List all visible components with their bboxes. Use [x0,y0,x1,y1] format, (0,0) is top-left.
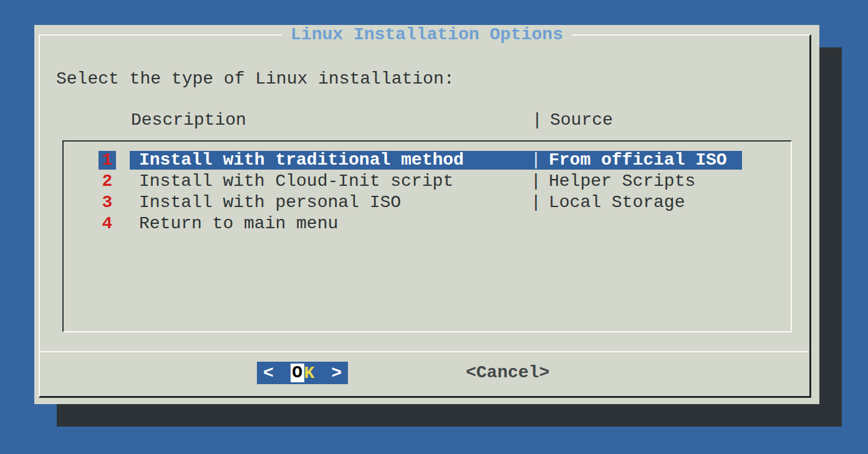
menu-listbox: 1 Install with traditional method | From… [62,140,792,332]
column-separator: | [532,110,542,131]
ok-label: OK [291,364,315,383]
menu-item-source: From official ISO [549,150,727,171]
menu-item-number: 3 [99,193,116,212]
menu-item-1[interactable]: 1 Install with traditional method | From… [64,150,789,171]
row-separator: | [531,150,541,171]
ok-cursor-char: O [291,364,304,382]
menu-item-description: Return to main menu [139,213,338,234]
menu-item-3[interactable]: 3 Install with personal ISO | Local Stor… [64,192,789,213]
menu-item-description: Install with traditional method [139,150,464,171]
row-separator: | [531,192,541,213]
menu-item-2[interactable]: 2 Install with Cloud-Init script | Helpe… [64,171,789,192]
dialog-title: Linux Installation Options [282,26,572,44]
ok-left-angle: < [263,364,274,383]
prompt-text: Select the type of Linux installation: [56,69,455,90]
ok-right-angle: > [331,364,342,383]
column-header-source: Source [550,110,613,131]
ok-button[interactable]: < OK > [257,362,348,384]
menu-item-4[interactable]: 4 Return to main menu [64,213,789,234]
cancel-button[interactable]: <Cancel> [466,362,549,384]
menu-item-description: Install with Cloud-Init script [139,171,453,192]
menu-item-description: Install with personal ISO [139,192,401,213]
column-header-description: Description [131,110,246,131]
menu-item-source: Helper Scripts [549,171,695,192]
button-area-separator [39,351,808,352]
menu-item-number: 2 [99,172,116,191]
terminal-screen: Linux Installation Options Select the ty… [0,0,868,454]
menu-item-number: 1 [99,151,116,170]
menu-item-source: Local Storage [549,192,685,213]
menu-item-number: 4 [99,215,116,233]
dialog-window: Linux Installation Options Select the ty… [34,25,819,404]
ok-hotkey-char: K [304,364,315,383]
row-separator: | [531,171,541,192]
